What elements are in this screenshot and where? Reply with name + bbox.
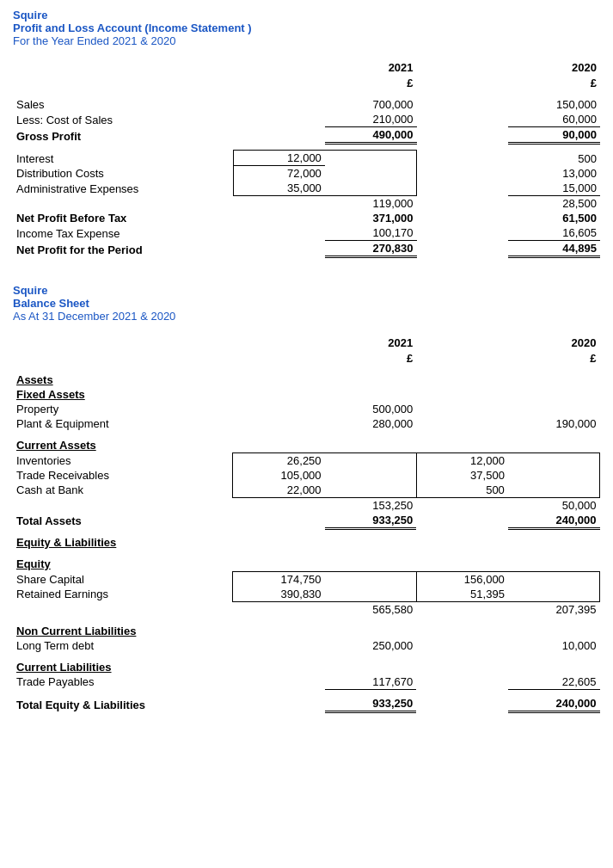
bs-re-row: Retained Earnings 390,830 51,395 [13, 587, 600, 602]
bs-trade-rec-2020: 37,500 [416, 468, 508, 483]
is-interest-2020: 500 [508, 151, 600, 166]
bs-ca-subtotal-2020: 50,000 [508, 497, 600, 513]
is-subtotal-2021: 119,000 [325, 196, 417, 212]
bs-property-row: Property 500,000 [13, 402, 600, 416]
is-admin-2020: 15,000 [508, 181, 600, 196]
is-dist-2021: 72,000 [233, 166, 325, 182]
bs-ncl-label: Non Current Liabilities [13, 624, 233, 638]
bs-equity-label: Equity [13, 557, 233, 571]
bs-property-2021: 500,000 [325, 402, 417, 416]
spacer1 [13, 90, 600, 97]
bs-plant-label: Plant & Equipment [13, 416, 233, 431]
spacer7 [13, 617, 600, 624]
bs-re-label: Retained Earnings [13, 587, 233, 602]
is-np-2020: 44,895 [508, 241, 600, 257]
is-dist-label: Distribution Costs [13, 166, 233, 182]
bs-total-el-label: Total Equity & Liabilities [13, 696, 233, 712]
company-name: Squire [13, 9, 600, 22]
is-npbt-2021: 371,000 [325, 211, 417, 225]
is-cos-2020: 60,000 [508, 112, 600, 127]
is-interest-row: Interest 12,000 500 [13, 151, 600, 166]
bs-inv-2021: 26,250 [233, 452, 325, 468]
is-header-2020: 2020 [508, 60, 600, 76]
bs-ca-header-row: Current Assets [13, 438, 600, 452]
spacer4 [13, 431, 600, 438]
is-cos-label: Less: Cost of Sales [13, 112, 233, 127]
bs-trade-rec-2021: 105,000 [233, 468, 325, 483]
bs-eq-subtotal-row: 565,580 207,395 [13, 601, 600, 617]
bs-currency-row: £ £ [13, 351, 600, 366]
bs-el-label: Equity & Liabilities [13, 535, 233, 550]
is-interest-2021: 12,000 [233, 151, 325, 166]
is-npbt-2020: 61,500 [508, 211, 600, 225]
is-tax-2020: 16,605 [508, 225, 600, 241]
spacer9 [13, 689, 600, 696]
bs-fixed-assets-label: Fixed Assets [13, 387, 233, 402]
is-admin-label: Administrative Expenses [13, 181, 233, 196]
bs-ca-subtotal-2021: 153,250 [325, 497, 417, 513]
bs-title2: As At 31 December 2021 & 2020 [13, 310, 600, 323]
is-dist-row: Distribution Costs 72,000 13,000 [13, 166, 600, 182]
is-admin-2021: 35,000 [233, 181, 325, 196]
bs-cl-row: Current Liabilities [13, 660, 600, 674]
bs-plant-row: Plant & Equipment 280,000 190,000 [13, 416, 600, 431]
is-gp-2020: 90,000 [508, 127, 600, 144]
is-currency-2021: £ [325, 76, 417, 90]
bs-sc-label: Share Capital [13, 571, 233, 587]
bs-ltd-row: Long Term debt 250,000 10,000 [13, 638, 600, 653]
is-sales-row: Sales 700,000 150,000 [13, 97, 600, 112]
bs-sc-row: Share Capital 174,750 156,000 [13, 571, 600, 587]
is-gp-2021: 490,000 [325, 127, 417, 144]
is-sales-2020: 150,000 [508, 97, 600, 112]
is-sales-label: Sales [13, 97, 233, 112]
bs-re-2020: 51,395 [416, 587, 508, 602]
spacer6 [13, 550, 600, 557]
bs-header-2021: 2021 [325, 336, 417, 351]
is-header-row: 2021 2020 [13, 60, 600, 76]
bs-ca-subtotal-row: 153,250 50,000 [13, 497, 600, 513]
bs-ltd-label: Long Term debt [13, 638, 233, 653]
bs-inv-2020: 12,000 [416, 452, 508, 468]
income-statement-section: Squire Profit and Loss Account (Income S… [13, 9, 600, 258]
is-dist-2020: 13,000 [508, 166, 600, 182]
bs-total-el-row: Total Equity & Liabilities 933,250 240,0… [13, 696, 600, 712]
spacer2 [13, 144, 600, 151]
bs-eq-subtotal-2020: 207,395 [508, 601, 600, 617]
bs-property-2020 [508, 402, 600, 416]
bs-inv-row: Inventories 26,250 12,000 [13, 452, 600, 468]
bs-sc-2020: 156,000 [416, 571, 508, 587]
bs-total-assets-row: Total Assets 933,250 240,000 [13, 513, 600, 529]
is-gp-label: Gross Profit [13, 127, 233, 144]
bs-plant-2021: 280,000 [325, 416, 417, 431]
bs-ltd-2021: 250,000 [325, 638, 417, 653]
is-cos-row: Less: Cost of Sales 210,000 60,000 [13, 112, 600, 127]
bs-title1: Balance Sheet [13, 297, 600, 310]
bs-re-2021: 390,830 [233, 587, 325, 602]
bs-cash-2021: 22,000 [233, 483, 325, 498]
is-currency-2020: £ [508, 76, 600, 90]
bs-total-el-2021: 933,250 [325, 696, 417, 712]
is-tax-row: Income Tax Expense 100,170 16,605 [13, 225, 600, 241]
is-interest-label: Interest [13, 151, 233, 166]
bs-assets-row: Assets [13, 372, 600, 387]
spacer8 [13, 653, 600, 660]
bs-total-assets-label: Total Assets [13, 513, 233, 529]
spacer5 [13, 528, 600, 535]
bs-ca-label: Current Assets [13, 438, 233, 452]
is-header-2021: 2021 [325, 60, 417, 76]
bs-tp-row: Trade Payables 117,670 22,605 [13, 674, 600, 690]
bs-header-2020: 2020 [508, 336, 600, 351]
is-title1: Profit and Loss Account (Income Statemen… [13, 22, 600, 34]
is-tax-2021: 100,170 [325, 225, 417, 241]
bs-trade-rec-row: Trade Receivables 105,000 37,500 [13, 468, 600, 483]
bs-fixed-assets-row: Fixed Assets [13, 387, 600, 402]
is-subtotal-row: 119,000 28,500 [13, 196, 600, 212]
balance-sheet-section: Squire Balance Sheet As At 31 December 2… [13, 284, 600, 713]
bs-equity-header-row: Equity [13, 557, 600, 571]
is-admin-row: Administrative Expenses 35,000 15,000 [13, 181, 600, 196]
bs-currency-2021: £ [325, 351, 417, 366]
bs-cash-label: Cash at Bank [13, 483, 233, 498]
is-np-row: Net Profit for the Period 270,830 44,895 [13, 241, 600, 257]
is-np-2021: 270,830 [325, 241, 417, 257]
bs-assets-label: Assets [13, 372, 233, 387]
